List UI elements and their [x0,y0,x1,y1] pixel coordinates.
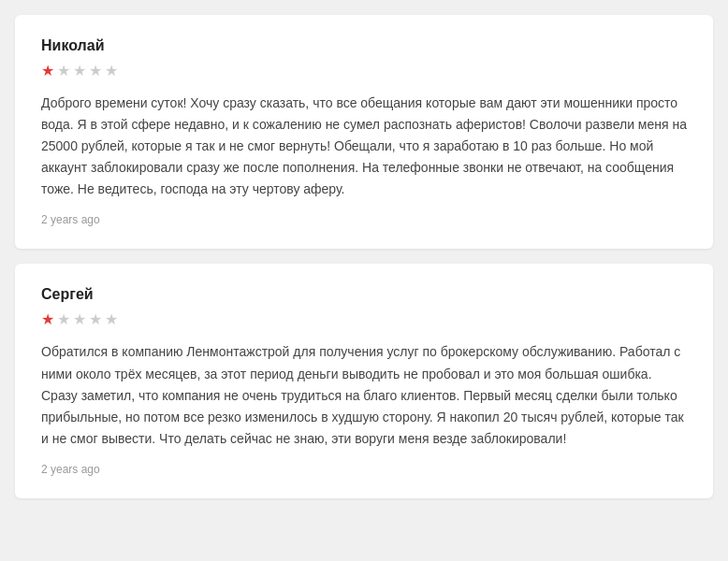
star-empty-icon: ★ [89,310,102,328]
star-rating-0: ★★★★★ [41,62,687,79]
star-empty-icon: ★ [73,310,86,328]
review-date-1: 2 years ago [41,463,687,476]
reviewer-name-1: Сергей [41,286,687,303]
review-text-0: Доброго времени суток! Хочу сразу сказат… [41,93,687,200]
star-filled-icon: ★ [41,62,54,79]
reviews-container: Николай★★★★★Доброго времени суток! Хочу … [15,15,713,498]
review-card-1: Сергей★★★★★Обратился в компанию Ленмонта… [15,264,713,497]
star-empty-icon: ★ [57,310,70,328]
star-rating-1: ★★★★★ [41,310,687,328]
star-empty-icon: ★ [57,62,70,79]
reviewer-name-0: Николай [41,37,687,54]
review-text-1: Обратился в компанию Ленмонтажстрой для … [41,341,687,449]
star-empty-icon: ★ [89,62,102,79]
star-empty-icon: ★ [73,62,86,79]
star-filled-icon: ★ [41,310,54,328]
review-date-0: 2 years ago [41,213,687,226]
star-empty-icon: ★ [105,310,118,328]
star-empty-icon: ★ [105,62,118,79]
review-card-0: Николай★★★★★Доброго времени суток! Хочу … [15,15,713,249]
